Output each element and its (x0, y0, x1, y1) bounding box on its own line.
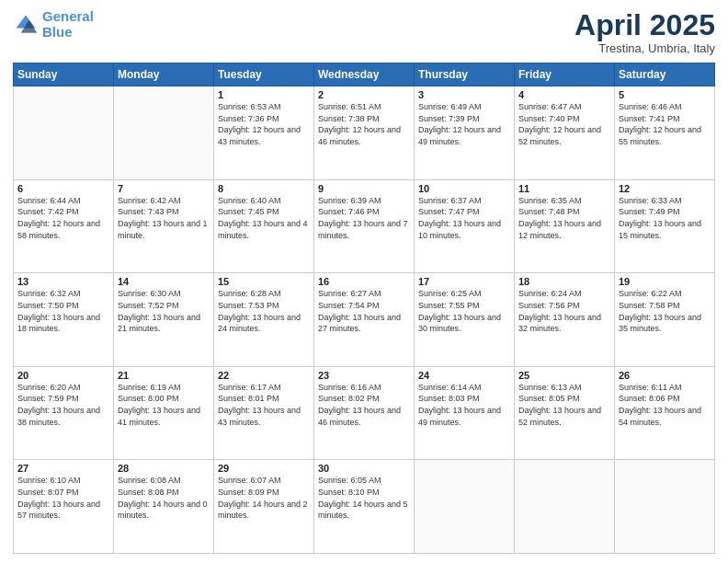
header: General Blue April 2025 Trestina, Umbria… (13, 9, 715, 55)
day-number: 20 (17, 370, 109, 381)
day-info: Sunrise: 6:28 AMSunset: 7:53 PMDaylight:… (218, 288, 310, 334)
calendar-cell: 24Sunrise: 6:14 AMSunset: 8:03 PMDayligh… (415, 366, 515, 460)
main-title: April 2025 (574, 9, 715, 41)
calendar-cell: 6Sunrise: 6:44 AMSunset: 7:42 PMDaylight… (14, 179, 114, 273)
day-info: Sunrise: 6:42 AMSunset: 7:43 PMDaylight:… (118, 195, 210, 241)
day-number: 15 (218, 276, 310, 287)
day-info: Sunrise: 6:39 AMSunset: 7:46 PMDaylight:… (318, 195, 410, 241)
day-number: 5 (619, 89, 711, 100)
day-info: Sunrise: 6:20 AMSunset: 7:59 PMDaylight:… (17, 382, 109, 428)
calendar-cell: 20Sunrise: 6:20 AMSunset: 7:59 PMDayligh… (14, 366, 114, 460)
logo: General Blue (13, 9, 94, 40)
day-number: 29 (218, 463, 310, 474)
day-number: 27 (17, 463, 109, 474)
day-info: Sunrise: 6:53 AMSunset: 7:36 PMDaylight:… (218, 101, 310, 147)
day-info: Sunrise: 6:44 AMSunset: 7:42 PMDaylight:… (17, 195, 109, 241)
day-number: 3 (418, 89, 510, 100)
calendar-header-row: Sunday Monday Tuesday Wednesday Thursday… (14, 63, 715, 86)
calendar-cell: 30Sunrise: 6:05 AMSunset: 8:10 PMDayligh… (314, 460, 415, 554)
day-info: Sunrise: 6:14 AMSunset: 8:03 PMDaylight:… (418, 382, 510, 428)
day-info: Sunrise: 6:25 AMSunset: 7:55 PMDaylight:… (418, 288, 510, 334)
calendar-week-4: 20Sunrise: 6:20 AMSunset: 7:59 PMDayligh… (14, 366, 715, 460)
day-info: Sunrise: 6:32 AMSunset: 7:50 PMDaylight:… (17, 288, 109, 334)
day-number: 19 (619, 276, 711, 287)
day-number: 2 (318, 89, 410, 100)
calendar-cell: 5Sunrise: 6:46 AMSunset: 7:41 PMDaylight… (615, 86, 715, 180)
day-info: Sunrise: 6:11 AMSunset: 8:06 PMDaylight:… (619, 382, 711, 428)
calendar-cell: 21Sunrise: 6:19 AMSunset: 8:00 PMDayligh… (114, 366, 214, 460)
day-number: 10 (418, 183, 510, 194)
day-info: Sunrise: 6:49 AMSunset: 7:39 PMDaylight:… (418, 101, 510, 147)
day-info: Sunrise: 6:08 AMSunset: 8:08 PMDaylight:… (118, 475, 210, 521)
day-number: 16 (318, 276, 410, 287)
day-info: Sunrise: 6:16 AMSunset: 8:02 PMDaylight:… (318, 382, 410, 428)
calendar-cell: 13Sunrise: 6:32 AMSunset: 7:50 PMDayligh… (14, 273, 114, 367)
day-info: Sunrise: 6:27 AMSunset: 7:54 PMDaylight:… (318, 288, 410, 334)
day-number: 18 (518, 276, 610, 287)
calendar-table: Sunday Monday Tuesday Wednesday Thursday… (13, 63, 715, 554)
day-info: Sunrise: 6:35 AMSunset: 7:48 PMDaylight:… (518, 195, 610, 241)
calendar-cell: 1Sunrise: 6:53 AMSunset: 7:36 PMDaylight… (214, 86, 314, 180)
calendar-week-1: 1Sunrise: 6:53 AMSunset: 7:36 PMDaylight… (14, 86, 715, 180)
day-info: Sunrise: 6:40 AMSunset: 7:45 PMDaylight:… (218, 195, 310, 241)
calendar-cell (14, 86, 114, 180)
calendar-cell: 11Sunrise: 6:35 AMSunset: 7:48 PMDayligh… (515, 179, 615, 273)
calendar-cell: 18Sunrise: 6:24 AMSunset: 7:56 PMDayligh… (515, 273, 615, 367)
calendar-cell: 25Sunrise: 6:13 AMSunset: 8:05 PMDayligh… (515, 366, 615, 460)
logo-general: General (42, 8, 94, 24)
day-number: 30 (318, 463, 410, 474)
day-info: Sunrise: 6:51 AMSunset: 7:38 PMDaylight:… (318, 101, 410, 147)
day-number: 11 (518, 183, 610, 194)
day-info: Sunrise: 6:19 AMSunset: 8:00 PMDaylight:… (118, 382, 210, 428)
calendar-cell: 8Sunrise: 6:40 AMSunset: 7:45 PMDaylight… (214, 179, 314, 273)
day-info: Sunrise: 6:07 AMSunset: 8:09 PMDaylight:… (218, 475, 310, 521)
day-number: 4 (518, 89, 610, 100)
calendar-cell: 17Sunrise: 6:25 AMSunset: 7:55 PMDayligh… (415, 273, 515, 367)
calendar-cell: 15Sunrise: 6:28 AMSunset: 7:53 PMDayligh… (214, 273, 314, 367)
calendar-cell: 4Sunrise: 6:47 AMSunset: 7:40 PMDaylight… (515, 86, 615, 180)
col-thursday: Thursday (415, 63, 515, 86)
day-number: 13 (17, 276, 109, 287)
calendar-cell: 2Sunrise: 6:51 AMSunset: 7:38 PMDaylight… (314, 86, 415, 180)
day-number: 12 (619, 183, 711, 194)
calendar-cell: 16Sunrise: 6:27 AMSunset: 7:54 PMDayligh… (314, 273, 415, 367)
title-block: April 2025 Trestina, Umbria, Italy (574, 9, 715, 55)
calendar-cell (415, 460, 515, 554)
calendar-cell: 22Sunrise: 6:17 AMSunset: 8:01 PMDayligh… (214, 366, 314, 460)
page: General Blue April 2025 Trestina, Umbria… (0, 0, 728, 563)
calendar-cell: 7Sunrise: 6:42 AMSunset: 7:43 PMDaylight… (114, 179, 214, 273)
day-info: Sunrise: 6:17 AMSunset: 8:01 PMDaylight:… (218, 382, 310, 428)
logo-blue: Blue (42, 24, 73, 40)
day-info: Sunrise: 6:46 AMSunset: 7:41 PMDaylight:… (619, 101, 711, 147)
day-info: Sunrise: 6:22 AMSunset: 7:58 PMDaylight:… (619, 288, 711, 334)
calendar-cell: 19Sunrise: 6:22 AMSunset: 7:58 PMDayligh… (615, 273, 715, 367)
day-number: 17 (418, 276, 510, 287)
calendar-week-5: 27Sunrise: 6:10 AMSunset: 8:07 PMDayligh… (14, 460, 715, 554)
subtitle: Trestina, Umbria, Italy (574, 41, 715, 55)
day-number: 21 (118, 370, 210, 381)
day-number: 23 (318, 370, 410, 381)
day-number: 25 (518, 370, 610, 381)
day-number: 9 (318, 183, 410, 194)
day-info: Sunrise: 6:33 AMSunset: 7:49 PMDaylight:… (619, 195, 711, 241)
calendar-cell: 3Sunrise: 6:49 AMSunset: 7:39 PMDaylight… (415, 86, 515, 180)
day-number: 24 (418, 370, 510, 381)
day-number: 7 (118, 183, 210, 194)
col-monday: Monday (114, 63, 214, 86)
calendar-week-2: 6Sunrise: 6:44 AMSunset: 7:42 PMDaylight… (14, 179, 715, 273)
col-tuesday: Tuesday (214, 63, 314, 86)
calendar-cell: 27Sunrise: 6:10 AMSunset: 8:07 PMDayligh… (14, 460, 114, 554)
calendar-cell: 14Sunrise: 6:30 AMSunset: 7:52 PMDayligh… (114, 273, 214, 367)
day-number: 14 (118, 276, 210, 287)
calendar-week-3: 13Sunrise: 6:32 AMSunset: 7:50 PMDayligh… (14, 273, 715, 367)
day-info: Sunrise: 6:13 AMSunset: 8:05 PMDaylight:… (518, 382, 610, 428)
logo-text: General Blue (42, 9, 94, 40)
logo-icon (13, 12, 39, 38)
day-number: 22 (218, 370, 310, 381)
calendar-cell (114, 86, 214, 180)
col-sunday: Sunday (14, 63, 114, 86)
day-info: Sunrise: 6:37 AMSunset: 7:47 PMDaylight:… (418, 195, 510, 241)
calendar-cell: 10Sunrise: 6:37 AMSunset: 7:47 PMDayligh… (415, 179, 515, 273)
day-number: 26 (619, 370, 711, 381)
day-info: Sunrise: 6:05 AMSunset: 8:10 PMDaylight:… (318, 475, 410, 521)
